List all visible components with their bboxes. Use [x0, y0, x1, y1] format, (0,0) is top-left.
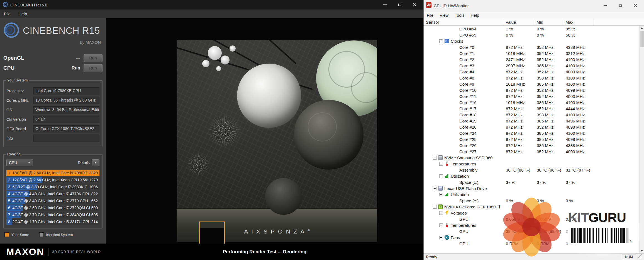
- column-header-value[interactable]: Value: [503, 19, 534, 25]
- sensor-row[interactable]: Utilization: [424, 173, 639, 179]
- sensor-row[interactable]: Core #19872 MHz385 MHz4496 MHz: [424, 118, 639, 124]
- minimize-button[interactable]: [379, 1, 391, 8]
- sensor-row[interactable]: Core #4872 MHz352 MHz4000 MHz: [424, 69, 639, 75]
- sensor-row[interactable]: Core #0872 MHz352 MHz4388 MHz: [424, 44, 639, 50]
- sensor-row[interactable]: Core #27872 MHz352 MHz4000 MHz: [424, 148, 639, 155]
- close-button[interactable]: [629, 2, 642, 9]
- close-button[interactable]: [408, 1, 421, 8]
- sensor-row[interactable]: Assembly30 °C (86 °F)30 °C (86 °F)31 °C …: [424, 167, 639, 173]
- ranking-row[interactable]: 4. 4C/8T @ 4.40 GHz, Intel Core i7-4770K…: [6, 191, 99, 197]
- sensor-min: 352 MHz: [534, 69, 563, 74]
- sensor-row[interactable]: Core #17872 MHz352 MHz4444 MHz: [424, 105, 639, 112]
- ranking-row-label: 1. 18C/36T @ 2.60 GHz, Intel Core i9-798…: [8, 171, 87, 175]
- ranking-row[interactable]: 1. 18C/36T @ 2.60 GHz, Intel Core i9-798…: [6, 170, 99, 176]
- sensor-row[interactable]: CPU #550 %0 %50 %: [424, 32, 639, 38]
- collapse-toggle[interactable]: [433, 156, 436, 160]
- sensor-row[interactable]: Core #8872 MHz398 MHz4100 MHz: [424, 75, 639, 81]
- sensor-row[interactable]: Temperatures: [424, 161, 639, 167]
- menu-item-help[interactable]: Help: [467, 13, 482, 18]
- column-header-min[interactable]: Min: [534, 19, 563, 25]
- system-field-value[interactable]: [33, 134, 99, 142]
- system-field-row: GFX BoardGeForce GTX 1080 Ti/PCIe/SSE2: [6, 125, 99, 133]
- sensor-max: 4100 MHz: [563, 82, 594, 86]
- collapse-toggle[interactable]: [433, 187, 436, 190]
- sensor-row[interactable]: Space (c:)37 %37 %37 %: [424, 179, 639, 185]
- sensor-row[interactable]: Core #161018 MHz385 MHz4100 MHz: [424, 99, 639, 105]
- your-system-title: Your System: [6, 78, 29, 82]
- maximize-button[interactable]: [614, 2, 627, 9]
- sensor-label: Core #20: [459, 125, 477, 129]
- system-field-value[interactable]: Windows 8, 64 Bit, Professional Edition: [33, 106, 99, 114]
- minimize-button[interactable]: [599, 2, 612, 9]
- sensor-row[interactable]: Core #10872 MHz352 MHz4099 MHz: [424, 87, 639, 93]
- ranking-row-label: 2. 12C/24T @ 2.66 GHz, Intel Xeon CPU X5…: [8, 178, 87, 182]
- minimize-icon: [604, 5, 607, 6]
- collapse-toggle[interactable]: [439, 39, 443, 43]
- system-field-value[interactable]: 18 Cores, 36 Threads @ 2.60 GHz: [33, 97, 99, 104]
- details-button[interactable]: [92, 159, 99, 166]
- sensor-row[interactable]: Lexar USB Flash Drive: [424, 185, 639, 191]
- sensor-label: Core #25: [459, 137, 477, 142]
- sensor-row[interactable]: Core #20872 MHz352 MHz4098 MHz: [424, 124, 639, 130]
- column-header-filler: [594, 19, 644, 25]
- menu-item-view[interactable]: View: [436, 13, 452, 18]
- collapse-toggle[interactable]: [433, 205, 436, 209]
- collapse-toggle[interactable]: [439, 174, 443, 178]
- sensor-row[interactable]: Core #22471 MHz352 MHz4100 MHz: [424, 56, 639, 62]
- menu-item-help[interactable]: Help: [14, 11, 31, 16]
- collapse-toggle[interactable]: [439, 193, 443, 196]
- system-field-label: OS: [6, 108, 33, 112]
- hwmonitor-titlebar[interactable]: CPUID HWMonitor: [424, 0, 644, 11]
- sensor-label: GPU: [459, 229, 469, 234]
- sensor-row[interactable]: Core #18872 MHz398 MHz4100 MHz: [424, 112, 639, 118]
- system-field-value[interactable]: Intel Core i9-7980XE CPU: [33, 87, 99, 95]
- ranking-row[interactable]: 8. 2C/4T @ 1.70 GHz, Intel Core i5-3317U…: [6, 218, 99, 225]
- ranking-row[interactable]: 2. 12C/24T @ 2.66 GHz, Intel Xeon CPU X5…: [6, 177, 99, 183]
- collapse-toggle[interactable]: [439, 236, 443, 239]
- sensor-label: Core #8: [459, 76, 474, 80]
- sensor-row[interactable]: Clocks: [424, 38, 639, 44]
- maximize-button[interactable]: [394, 1, 406, 8]
- ranking-row[interactable]: 5. 4C/8T @ 3.40 GHz, Intel Core i7-3770 …: [6, 198, 99, 204]
- sensor-row[interactable]: NVMe Samsung SSD 960: [424, 155, 639, 161]
- system-field-value[interactable]: GeForce GTX 1080 Ti/PCIe/SSE2: [33, 125, 99, 133]
- sensor-row[interactable]: Core #11018 MHz352 MHz3212 MHz: [424, 50, 639, 56]
- menu-item-tools[interactable]: Tools: [452, 13, 467, 18]
- ranking-row[interactable]: 7. 4C/8T @ 2.79 GHz, Intel Core i7-3840Q…: [6, 211, 99, 218]
- ranking-row-label: 7. 4C/8T @ 2.79 GHz, Intel Core i7-3840Q…: [8, 213, 90, 217]
- ranking-row[interactable]: 3. 6C/12T @ 3.30 GHz, Intel Core i7-3930…: [6, 184, 99, 190]
- disk-icon: [438, 155, 443, 160]
- sensor-row[interactable]: Core #32907 MHz385 MHz4100 MHz: [424, 62, 639, 69]
- collapse-toggle[interactable]: [439, 162, 443, 166]
- sensor-max: 4000 MHz: [563, 149, 594, 154]
- ranking-filter-select[interactable]: CPU: [6, 159, 33, 166]
- cpu-value: Run: [72, 66, 80, 71]
- sensor-max: 4098 MHz: [563, 137, 594, 142]
- sensor-row[interactable]: Core #26872 MHz385 MHz4388 MHz: [424, 142, 639, 148]
- opengl-run-button[interactable]: Run: [84, 54, 103, 62]
- menu-item-file[interactable]: File: [0, 11, 14, 16]
- sensor-row[interactable]: Core #24872 MHz385 MHz4100 MHz: [424, 130, 639, 136]
- system-field-value[interactable]: 64 Bit: [33, 115, 99, 123]
- cinebench-titlebar[interactable]: CINEBENCH R15.0: [0, 0, 423, 9]
- ranking-row[interactable]: 6. 4C/8T @ 2.60 GHz, Intel Core i7-3720Q…: [6, 204, 99, 211]
- collapse-toggle[interactable]: [439, 211, 443, 215]
- sensor-label: Space (c:): [459, 180, 478, 185]
- maxon-wordmark: MAXON: [6, 246, 44, 257]
- sensor-row[interactable]: Core #25872 MHz385 MHz4098 MHz: [424, 136, 639, 142]
- sensor-row[interactable]: Core #11872 MHz352 MHz4000 MHz: [424, 93, 639, 99]
- column-header-sensor[interactable]: Sensor: [424, 19, 503, 25]
- system-field-label: Processor: [6, 89, 33, 93]
- scroll-up-button[interactable]: [640, 26, 644, 30]
- logo-version: R15: [82, 25, 100, 36]
- cpu-run-button[interactable]: Run: [84, 64, 103, 72]
- menu-item-file[interactable]: File: [424, 13, 436, 18]
- scrollbar-thumb[interactable]: [640, 31, 644, 47]
- maximize-icon: [398, 4, 401, 6]
- sensor-label: Voltages: [451, 211, 467, 215]
- column-header-max[interactable]: Max: [563, 19, 594, 25]
- collapse-toggle[interactable]: [439, 223, 443, 227]
- sensor-row[interactable]: Core #91018 MHz385 MHz4100 MHz: [424, 81, 639, 87]
- sensor-max: 3212 MHz: [563, 51, 594, 56]
- sensor-row[interactable]: CPU #541 %0 %95 %: [424, 26, 639, 32]
